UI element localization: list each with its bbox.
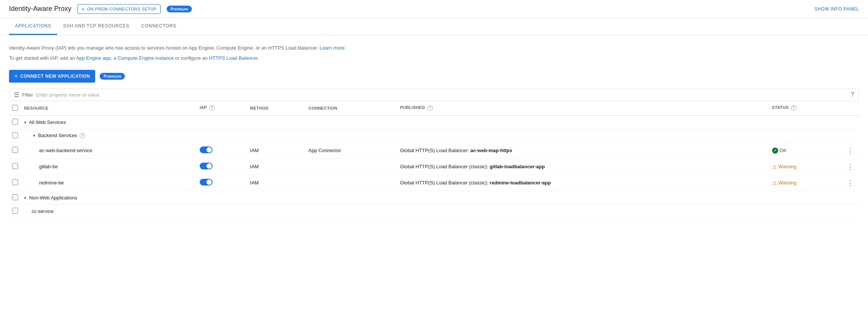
col-connection: Connection	[305, 101, 397, 116]
status-cell-gitlab: Warning	[769, 158, 842, 175]
group-checkbox-all-web[interactable]	[12, 119, 18, 125]
connection-cell-gitlab	[305, 158, 397, 175]
more-cell-cc-service	[842, 204, 859, 218]
iap-help-icon[interactable]: ?	[209, 105, 215, 111]
group-checkbox-non-web[interactable]	[12, 194, 18, 200]
premium-badge: Premium	[167, 6, 192, 12]
tab-connectors[interactable]: CONNECTORS	[135, 18, 182, 35]
subgroup-checkbox-backend[interactable]	[12, 132, 18, 138]
method-cell-cc-service	[247, 204, 305, 218]
action-bar: CONNECT NEW APPLICATION Premium	[9, 70, 859, 83]
iap-cell-redmine	[197, 175, 247, 191]
filter-icon: ☰	[14, 91, 19, 98]
iap-toggle-redmine[interactable]	[200, 179, 212, 186]
status-warning-gitlab: Warning	[772, 164, 839, 170]
resources-table: Resource IAP ? Method Connection Publish…	[9, 101, 859, 218]
connect-premium-badge: Premium	[100, 73, 125, 80]
info-section: Identity-Aware Proxy (IAP) lets you mana…	[9, 44, 859, 62]
group-label-all-web: All Web Services	[29, 119, 66, 125]
published-cell-redmine: Global HTTP(S) Load Balancer (classic): …	[397, 175, 769, 191]
method-cell-redmine: IAM	[247, 175, 305, 191]
table-row: cc-service	[9, 204, 859, 218]
published-cell-ac-web: Global HTTP(S) Load Balancer: ac-web-map…	[397, 142, 769, 158]
tab-ssh-tcp[interactable]: SSH AND TCP RESOURCES	[57, 18, 135, 35]
filter-input[interactable]	[36, 92, 851, 98]
main-content: Identity-Aware Proxy (IAP) lets you mana…	[0, 35, 868, 218]
filter-help-icon[interactable]: ?	[851, 91, 854, 98]
subgroup-row-backend-services: ▾ Backend Services ?	[9, 129, 859, 142]
learn-more-link[interactable]: Learn more	[320, 45, 344, 51]
status-cell-cc-service	[769, 204, 842, 218]
table-row: redmine-be IAM Global HTTP(S) Load Balan…	[9, 175, 859, 191]
connect-new-application-button[interactable]: CONNECT NEW APPLICATION	[9, 70, 95, 83]
select-all-checkbox[interactable]	[12, 105, 18, 111]
iap-cell-cc-service	[197, 204, 247, 218]
header-left: Identity-Aware Proxy ON-PREM CONNECTORS …	[9, 4, 192, 14]
col-actions	[842, 101, 859, 116]
status-help-icon[interactable]: ?	[791, 105, 797, 111]
more-menu-button-redmine[interactable]: ⋮	[845, 178, 856, 188]
info-text-1: Identity-Aware Proxy (IAP) lets you mana…	[9, 44, 859, 52]
more-cell-redmine: ⋮	[842, 175, 859, 191]
iap-cell-gitlab	[197, 158, 247, 175]
row-checkbox-redmine[interactable]	[12, 179, 18, 185]
table-row: ac-web-backend-service IAM App Connector…	[9, 142, 859, 158]
status-warning-redmine: Warning	[772, 180, 839, 186]
table-row: gitlab-be IAM Global HTTP(S) Load Balanc…	[9, 158, 859, 175]
connection-cell-ac-web: App Connector	[305, 142, 397, 158]
tabs-bar: APPLICATIONS SSH AND TCP RESOURCES CONNE…	[0, 18, 868, 35]
compute-engine-link[interactable]: Compute Engine instance	[118, 55, 174, 61]
method-cell-gitlab: IAM	[247, 158, 305, 175]
more-menu-button-ac-web[interactable]: ⋮	[845, 146, 856, 155]
https-lb-link[interactable]: HTTPS Load Balancer	[209, 55, 258, 61]
resource-cell-redmine: redmine-be	[21, 175, 197, 191]
row-checkbox-cc-service[interactable]	[12, 208, 18, 214]
resources-table-wrapper: Resource IAP ? Method Connection Publish…	[9, 101, 859, 218]
group-label-non-web: Non-Web Applications	[29, 195, 77, 201]
group-chevron-non-web[interactable]: ▾	[24, 195, 26, 201]
backend-help-icon[interactable]: ?	[80, 133, 85, 139]
more-cell-gitlab: ⋮	[842, 158, 859, 175]
row-checkbox-gitlab[interactable]	[12, 163, 18, 169]
published-cell-cc-service	[397, 204, 769, 218]
col-published: Published ?	[397, 101, 769, 116]
header: Identity-Aware Proxy ON-PREM CONNECTORS …	[0, 0, 868, 18]
status-ok-ac-web: OK	[772, 148, 839, 154]
status-cell-ac-web: OK	[769, 142, 842, 158]
method-cell-ac-web: IAM	[247, 142, 305, 158]
connection-cell-cc-service	[305, 204, 397, 218]
subgroup-chevron-backend[interactable]: ▾	[33, 133, 35, 138]
page-title: Identity-Aware Proxy	[9, 5, 71, 13]
row-checkbox-ac-web[interactable]	[12, 147, 18, 153]
app-engine-link[interactable]: App Engine app	[76, 55, 111, 61]
col-method: Method	[247, 101, 305, 116]
iap-toggle-ac-web[interactable]	[200, 146, 212, 153]
tab-applications[interactable]: APPLICATIONS	[9, 18, 57, 35]
more-cell-ac-web: ⋮	[842, 142, 859, 158]
filter-bar: ☰ Filter ?	[9, 89, 859, 101]
more-menu-button-gitlab[interactable]: ⋮	[845, 162, 856, 172]
resource-cell-cc-service: cc-service	[21, 204, 197, 218]
resource-cell-ac-web: ac-web-backend-service	[21, 142, 197, 158]
iap-cell-ac-web	[197, 142, 247, 158]
show-info-panel-button[interactable]: SHOW INFO PANEL	[814, 6, 859, 12]
connection-cell-redmine	[305, 175, 397, 191]
col-status: Status ?	[769, 101, 842, 116]
group-chevron-all-web[interactable]: ▾	[24, 120, 26, 125]
subgroup-label-backend: Backend Services	[38, 133, 77, 138]
iap-toggle-gitlab[interactable]	[200, 163, 212, 169]
published-help-icon[interactable]: ?	[427, 105, 433, 111]
col-iap: IAP ?	[197, 101, 247, 116]
group-row-all-web-services: ▾ All Web Services	[9, 115, 859, 129]
on-prem-connectors-button[interactable]: ON-PREM CONNECTORS SETUP	[77, 4, 161, 14]
published-cell-gitlab: Global HTTP(S) Load Balancer (classic): …	[397, 158, 769, 175]
resource-cell-gitlab: gitlab-be	[21, 158, 197, 175]
table-header-row: Resource IAP ? Method Connection Publish…	[9, 101, 859, 116]
filter-label: Filter	[22, 92, 33, 98]
info-text-2: To get started with IAP, add an App Engi…	[9, 54, 859, 62]
status-cell-redmine: Warning	[769, 175, 842, 191]
col-resource: Resource	[21, 101, 197, 116]
group-row-non-web: ▾ Non-Web Applications	[9, 191, 859, 204]
select-all-cell	[9, 101, 21, 116]
